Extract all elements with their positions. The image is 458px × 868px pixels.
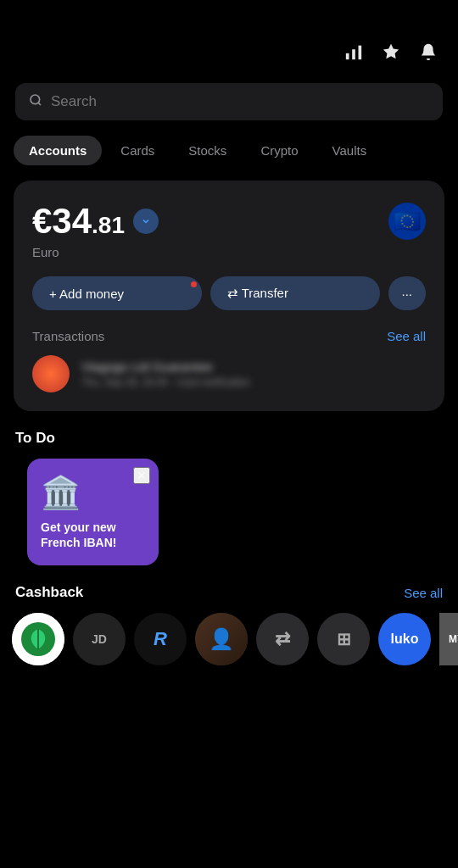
avatar-icon: 👤	[209, 627, 234, 651]
svg-line-5	[38, 103, 41, 105]
todo-label: Get your new French IBAN!	[41, 520, 145, 550]
tab-stocks[interactable]: Stocks	[173, 136, 242, 165]
bell-icon[interactable]	[419, 42, 438, 66]
star-icon[interactable]	[382, 42, 400, 66]
svg-rect-2	[359, 46, 362, 59]
transactions-see-all[interactable]: See all	[387, 329, 426, 343]
bar-chart-icon[interactable]	[344, 42, 363, 66]
cashback-title: Cashback	[15, 584, 83, 601]
more-options-button[interactable]: ···	[388, 276, 427, 310]
transaction-sub: Thu, Sep 28, 20:45 · Card verification	[81, 376, 426, 388]
transaction-item[interactable]: Viagogo Ltd Guarantee Thu, Sep 28, 20:45…	[32, 355, 426, 392]
search-icon	[29, 93, 42, 110]
transaction-name: Viagogo Ltd Guarantee	[81, 359, 426, 374]
transactions-header: Transactions See all	[32, 329, 426, 343]
amount-cents: .81	[92, 212, 125, 238]
tab-crypto[interactable]: Crypto	[245, 136, 313, 165]
transfer-badge: 25	[297, 613, 309, 620]
balance-display: €34.81	[32, 201, 125, 242]
more-label: ···	[402, 287, 413, 301]
jd-label: JD	[92, 632, 107, 646]
transfer-label: ⇄ Transfer	[227, 286, 288, 301]
search-input[interactable]	[51, 93, 429, 110]
cashback-logo-green[interactable]	[12, 613, 64, 665]
transaction-details: Viagogo Ltd Guarantee Thu, Sep 28, 20:45…	[81, 359, 426, 388]
cashback-logo-luko[interactable]: luko	[378, 613, 431, 665]
transaction-logo	[32, 355, 70, 392]
tab-vaults[interactable]: Vaults	[317, 136, 383, 165]
tab-cards[interactable]: Cards	[105, 136, 170, 165]
action-buttons: + Add money ⇄ Transfer ···	[32, 276, 426, 310]
search-bar[interactable]	[15, 83, 443, 120]
balance-amount-group: €34.81	[32, 201, 159, 242]
svg-point-4	[31, 95, 40, 104]
cashback-logo-grid[interactable]: ⊞	[317, 613, 370, 665]
transfer-arrows-icon: ⇄	[275, 628, 290, 650]
cashback-logos: JD R 👤 ⇄ 25 ⊞ luko MY	[0, 613, 458, 665]
cashback-logo-jd[interactable]: JD	[73, 613, 126, 665]
cashback-logo-my[interactable]: MY	[439, 613, 458, 665]
svg-rect-0	[346, 53, 349, 59]
todo-close-button[interactable]: ✕	[133, 467, 150, 484]
cashback-header: Cashback See all	[0, 584, 458, 601]
header	[0, 0, 458, 76]
transfer-button[interactable]: ⇄ Transfer	[210, 276, 380, 310]
add-money-button[interactable]: + Add money	[32, 276, 202, 310]
tab-bar: Accounts Cards Stocks Crypto Vaults	[0, 136, 458, 165]
svg-rect-1	[352, 49, 355, 59]
balance-dropdown-button[interactable]	[133, 209, 159, 234]
grid-icon: ⊞	[337, 629, 351, 649]
add-money-label: + Add money	[49, 287, 124, 301]
tab-accounts[interactable]: Accounts	[14, 136, 102, 165]
cashback-see-all[interactable]: See all	[404, 586, 443, 600]
transactions-title: Transactions	[32, 329, 104, 343]
luko-label: luko	[391, 632, 419, 647]
currency-label: Euro	[32, 245, 426, 259]
cashback-logo-avatar[interactable]: 👤	[195, 613, 248, 665]
todo-card[interactable]: ✕ 🏛️ Get your new French IBAN!	[27, 459, 159, 565]
cashback-logo-transfer[interactable]: ⇄ 25	[256, 613, 309, 665]
currency-symbol: €	[32, 201, 52, 241]
todo-bank-icon: 🏛️	[41, 474, 145, 511]
cashback-logo-revolut[interactable]: R	[134, 613, 187, 665]
revolut-r-label: R	[154, 628, 167, 650]
svg-marker-3	[383, 44, 399, 58]
amount-whole: 34	[52, 201, 92, 241]
eu-flag-icon: 🇪🇺	[388, 203, 426, 240]
my-label: MY	[449, 633, 458, 645]
my-logo-circle: MY	[439, 613, 458, 665]
notification-dot	[191, 281, 197, 287]
todo-section-title: To Do	[0, 430, 458, 447]
account-card: €34.81 🇪🇺 Euro + Add money ⇄ Transfer ··…	[14, 181, 444, 411]
